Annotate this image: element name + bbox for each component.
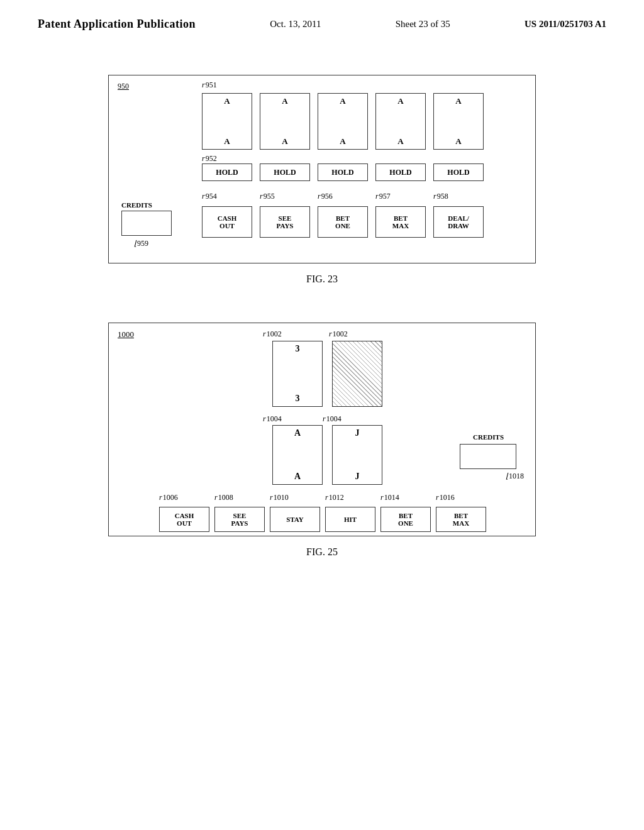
ref-950: 950 — [118, 82, 129, 91]
hold-btn-2[interactable]: HOLD — [260, 163, 310, 181]
see-pays-btn[interactable]: SEE PAYS — [260, 206, 310, 238]
card-slot-1: A A — [202, 93, 252, 150]
ref-1014: r1014 — [380, 493, 399, 502]
ref-954: r954 — [202, 192, 217, 201]
ref-1006: r1006 — [159, 493, 178, 502]
credits-label-25: CREDITS — [473, 433, 504, 441]
ref-956: r956 — [318, 192, 333, 201]
credits-display — [121, 211, 172, 236]
publication-date: Oct. 13, 2011 — [270, 19, 321, 30]
hold-btn-3[interactable]: HOLD — [318, 163, 368, 181]
bet-one-btn-25[interactable]: BET ONE — [380, 507, 431, 532]
fig25-label: FIG. 25 — [306, 546, 338, 558]
credits-label: CREDITS — [121, 201, 152, 209]
page-header: Patent Application Publication Oct. 13, … — [0, 0, 644, 37]
card-a: A A — [272, 425, 323, 485]
ref-1004a: r1004 — [263, 414, 282, 424]
deal-draw-btn[interactable]: DEAL/ DRAW — [433, 206, 484, 238]
ref-955: r955 — [260, 192, 275, 201]
card-j: J J — [332, 425, 382, 485]
ref-1016: r1016 — [436, 493, 455, 502]
card-plain-left: 3 3 — [272, 341, 323, 407]
credits-display-25 — [460, 444, 516, 469]
card-slot-4: A A — [375, 93, 426, 150]
ref-959: ⌊959 — [134, 239, 148, 248]
card-slot-5: A A — [433, 93, 484, 150]
ref-1002a: r1002 — [263, 329, 282, 339]
ref-1000: 1000 — [118, 329, 134, 340]
ref-957: r957 — [375, 192, 391, 201]
stay-btn[interactable]: STAY — [270, 507, 320, 532]
ref-958: r958 — [433, 192, 448, 201]
hold-btn-4[interactable]: HOLD — [375, 163, 426, 181]
fig23-label: FIG. 23 — [306, 274, 338, 285]
ref-951: r951 — [202, 80, 217, 90]
ref-1008: r1008 — [214, 493, 233, 502]
bet-one-btn[interactable]: BET ONE — [318, 206, 368, 238]
ref-952: r952 — [202, 154, 217, 163]
card-slot-3: A A — [318, 93, 368, 150]
ref-1004b: r1004 — [323, 414, 341, 424]
ref-1002b: r1002 — [329, 329, 348, 339]
hit-btn[interactable]: HIT — [325, 507, 375, 532]
ref-1012: r1012 — [325, 493, 344, 502]
bet-max-btn[interactable]: BET MAX — [375, 206, 426, 238]
card-hatched — [332, 341, 382, 407]
ref-1018: ⌊1018 — [506, 472, 524, 481]
page-content: 950 r951 A A A A A A A — [0, 37, 644, 614]
cash-out-btn[interactable]: CASH OUT — [202, 206, 252, 238]
see-pays-btn-25[interactable]: SEE PAYS — [214, 507, 265, 532]
sheet-info: Sheet 23 of 35 — [396, 19, 450, 30]
patent-number: US 2011/0251703 A1 — [525, 19, 606, 30]
publication-title: Patent Application Publication — [38, 18, 196, 31]
bet-max-btn-25[interactable]: BET MAX — [436, 507, 486, 532]
fig23-diagram: 950 r951 A A A A A A A — [108, 75, 536, 263]
figure-23-block: 950 r951 A A A A A A A — [38, 75, 606, 304]
hold-btn-1[interactable]: HOLD — [202, 163, 252, 181]
ref-1010: r1010 — [270, 493, 289, 502]
card-slot-2: A A — [260, 93, 310, 150]
figure-25-block: 1000 r1002 3 3 r1002 r1004 — [38, 323, 606, 577]
fig25-diagram: 1000 r1002 3 3 r1002 r1004 — [108, 323, 536, 536]
cash-out-btn-25[interactable]: CASH OUT — [159, 507, 209, 532]
hold-btn-5[interactable]: HOLD — [433, 163, 484, 181]
